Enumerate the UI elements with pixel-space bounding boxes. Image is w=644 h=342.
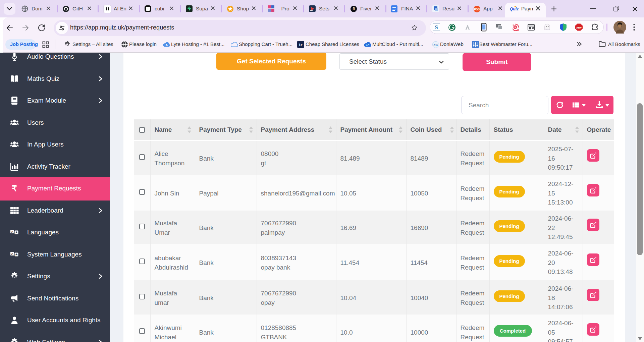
svg-text:FGS: FGS — [474, 8, 480, 11]
svg-text:x: x — [513, 23, 515, 26]
svg-text:★: ★ — [15, 253, 18, 256]
svg-text:fi: fi — [353, 7, 355, 11]
svg-text:ABP: ABP — [576, 26, 582, 29]
svg-text:DW: DW — [434, 44, 438, 47]
svg-text:A: A — [11, 252, 13, 255]
svg-text:₹: ₹ — [12, 184, 17, 193]
svg-text:A: A — [517, 28, 519, 31]
svg-text:S: S — [435, 24, 438, 31]
svg-text:Quiz: Quiz — [510, 7, 519, 11]
svg-text:A: A — [11, 230, 13, 233]
svg-text:★: ★ — [15, 231, 18, 234]
